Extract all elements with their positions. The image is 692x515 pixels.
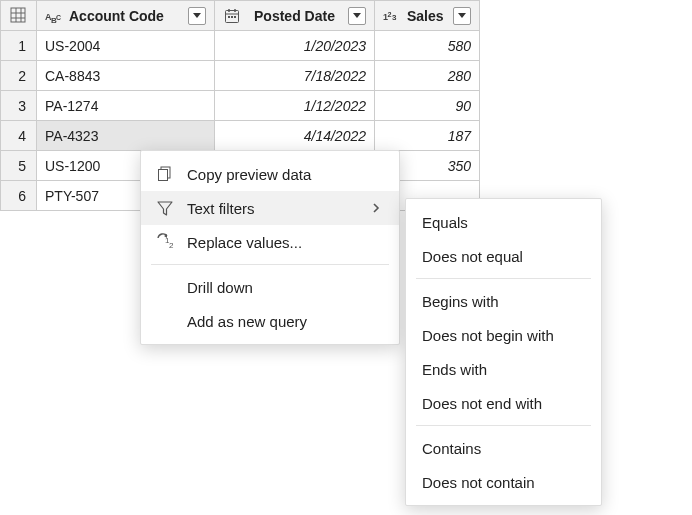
column-filter-button[interactable]: [348, 7, 366, 25]
svg-rect-13: [231, 16, 233, 18]
menu-label: Add as new query: [187, 313, 381, 330]
svg-text:2: 2: [169, 241, 174, 250]
menu-label: Does not equal: [422, 248, 583, 265]
filter-ends-with[interactable]: Ends with: [406, 352, 601, 386]
svg-rect-0: [11, 8, 25, 22]
menu-label: Replace values...: [187, 234, 381, 251]
filter-equals[interactable]: Equals: [406, 205, 601, 239]
menu-label: Copy preview data: [187, 166, 381, 183]
filter-does-not-end-with[interactable]: Does not end with: [406, 386, 601, 420]
svg-text:2: 2: [388, 9, 392, 18]
menu-separator: [416, 278, 591, 279]
cell-date[interactable]: 1/12/2022: [215, 91, 375, 121]
column-header-date[interactable]: Posted Date: [215, 1, 375, 31]
cell-sales[interactable]: 187: [375, 121, 480, 151]
table-row[interactable]: 2 CA-8843 7/18/2022 280: [1, 61, 480, 91]
filter-contains[interactable]: Contains: [406, 431, 601, 465]
column-filter-button[interactable]: [188, 7, 206, 25]
filter-does-not-equal[interactable]: Does not equal: [406, 239, 601, 273]
menu-item-text-filters[interactable]: Text filters: [141, 191, 399, 225]
cell-date[interactable]: 4/14/2022: [215, 121, 375, 151]
menu-label: Does not begin with: [422, 327, 583, 344]
cell-date[interactable]: 7/18/2022: [215, 61, 375, 91]
menu-item-add-as-new-query[interactable]: Add as new query: [141, 304, 399, 338]
context-menu: Copy preview data Text filters 1 2 Repla…: [140, 150, 400, 345]
cell-account[interactable]: CA-8843: [37, 61, 215, 91]
table-icon: [9, 6, 27, 24]
menu-label: Does not contain: [422, 474, 583, 491]
menu-separator: [416, 425, 591, 426]
row-number: 1: [1, 31, 37, 61]
row-number: 3: [1, 91, 37, 121]
chevron-right-icon: [371, 201, 381, 215]
table-row[interactable]: 1 US-2004 1/20/2023 580: [1, 31, 480, 61]
menu-item-copy-preview-data[interactable]: Copy preview data: [141, 157, 399, 191]
row-number: 6: [1, 181, 37, 211]
cell-account[interactable]: PA-4323: [37, 121, 215, 151]
column-header-account[interactable]: A B C Account Code: [37, 1, 215, 31]
row-number: 5: [1, 151, 37, 181]
row-number: 2: [1, 61, 37, 91]
column-label: Account Code: [69, 8, 182, 24]
menu-label: Contains: [422, 440, 583, 457]
text-filters-submenu: Equals Does not equal Begins with Does n…: [405, 198, 602, 506]
chevron-down-icon: [193, 13, 201, 18]
chevron-down-icon: [458, 13, 466, 18]
svg-text:3: 3: [392, 13, 397, 22]
menu-separator: [151, 264, 389, 265]
svg-rect-14: [234, 16, 236, 18]
cell-sales[interactable]: 90: [375, 91, 480, 121]
filter-icon: [155, 199, 175, 217]
chevron-down-icon: [353, 13, 361, 18]
number-type-icon: 1 2 3: [383, 7, 401, 25]
cell-date[interactable]: 1/20/2023: [215, 31, 375, 61]
date-type-icon: [223, 7, 241, 25]
cell-account[interactable]: PA-1274: [37, 91, 215, 121]
menu-item-replace-values[interactable]: 1 2 Replace values...: [141, 225, 399, 259]
text-type-icon: A B C: [45, 7, 63, 25]
table-row[interactable]: 4 PA-4323 4/14/2022 187: [1, 121, 480, 151]
svg-rect-19: [159, 170, 168, 181]
table-corner[interactable]: [1, 1, 37, 31]
table-row[interactable]: 3 PA-1274 1/12/2022 90: [1, 91, 480, 121]
menu-label: Equals: [422, 214, 583, 231]
svg-rect-12: [228, 16, 230, 18]
menu-label: Does not end with: [422, 395, 583, 412]
row-number: 4: [1, 121, 37, 151]
svg-text:C: C: [56, 14, 61, 21]
column-label: Sales: [407, 8, 447, 24]
menu-label: Begins with: [422, 293, 583, 310]
filter-does-not-begin-with[interactable]: Does not begin with: [406, 318, 601, 352]
cell-sales[interactable]: 580: [375, 31, 480, 61]
cell-account[interactable]: US-2004: [37, 31, 215, 61]
replace-icon: 1 2: [155, 233, 175, 251]
copy-icon: [155, 165, 175, 183]
menu-label: Text filters: [187, 200, 359, 217]
column-header-sales[interactable]: 1 2 3 Sales: [375, 1, 480, 31]
menu-label: Drill down: [187, 279, 381, 296]
filter-does-not-contain[interactable]: Does not contain: [406, 465, 601, 499]
svg-marker-20: [158, 202, 172, 215]
column-label: Posted Date: [247, 8, 342, 24]
filter-begins-with[interactable]: Begins with: [406, 284, 601, 318]
column-filter-button[interactable]: [453, 7, 471, 25]
menu-item-drill-down[interactable]: Drill down: [141, 270, 399, 304]
menu-label: Ends with: [422, 361, 583, 378]
cell-sales[interactable]: 280: [375, 61, 480, 91]
